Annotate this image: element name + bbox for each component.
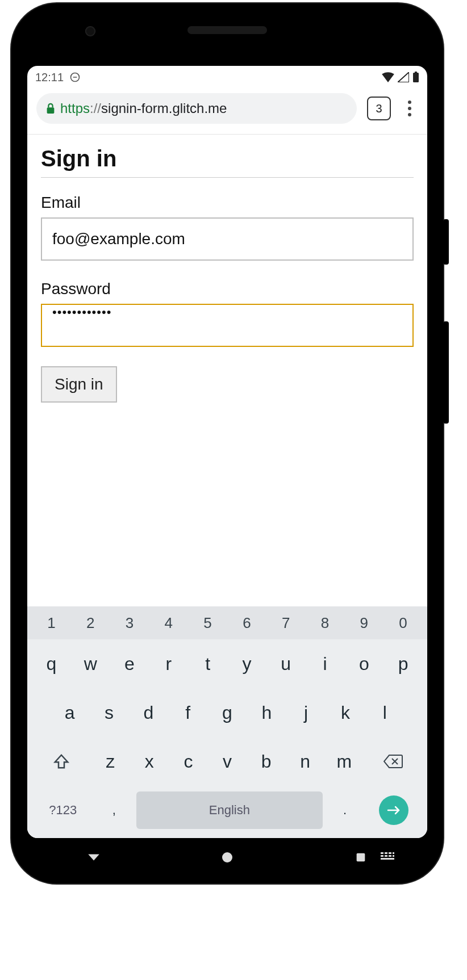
key-r[interactable]: r bbox=[151, 645, 186, 682]
page-content: Sign in Email Password •••••••••••• Sign… bbox=[27, 135, 427, 606]
url-scheme: https bbox=[60, 100, 90, 116]
nav-keyboard-toggle[interactable] bbox=[353, 852, 422, 862]
comma-key[interactable]: , bbox=[97, 791, 132, 829]
key-0[interactable]: 0 bbox=[386, 610, 420, 636]
key-d[interactable]: d bbox=[131, 694, 166, 731]
lock-icon bbox=[45, 103, 56, 114]
screen: 12:11 bbox=[27, 66, 427, 838]
nav-back-button[interactable] bbox=[60, 850, 128, 865]
key-x[interactable]: x bbox=[132, 743, 167, 780]
email-field[interactable] bbox=[41, 217, 414, 261]
key-y[interactable]: y bbox=[230, 645, 264, 682]
phone-camera bbox=[85, 26, 95, 36]
key-8[interactable]: 8 bbox=[308, 610, 343, 636]
status-time: 12:11 bbox=[35, 71, 64, 84]
do-not-disturb-icon bbox=[69, 72, 81, 83]
key-n[interactable]: n bbox=[288, 743, 323, 780]
android-nav-bar bbox=[27, 841, 427, 873]
key-h[interactable]: h bbox=[249, 694, 284, 731]
url-host: signin-form.glitch.me bbox=[101, 100, 227, 116]
phone-frame: 12:11 bbox=[11, 3, 443, 883]
svg-rect-6 bbox=[381, 852, 383, 854]
overflow-menu-button[interactable] bbox=[401, 100, 418, 116]
svg-rect-12 bbox=[389, 855, 391, 857]
svg-rect-14 bbox=[381, 858, 394, 860]
key-k[interactable]: k bbox=[328, 694, 362, 731]
password-label: Password bbox=[41, 280, 414, 298]
status-bar: 12:11 bbox=[27, 66, 427, 89]
shift-key[interactable] bbox=[34, 743, 89, 780]
key-s[interactable]: s bbox=[91, 694, 126, 731]
symbols-key[interactable]: ?123 bbox=[34, 791, 92, 829]
key-i[interactable]: i bbox=[308, 645, 343, 682]
url-separator: :// bbox=[90, 100, 101, 116]
svg-rect-8 bbox=[389, 852, 391, 854]
wifi-icon bbox=[382, 72, 394, 82]
key-1[interactable]: 1 bbox=[34, 610, 69, 636]
key-v[interactable]: v bbox=[210, 743, 245, 780]
spacebar-key[interactable]: English bbox=[136, 791, 323, 829]
tab-switcher-button[interactable]: 3 bbox=[367, 97, 391, 120]
svg-rect-1 bbox=[413, 73, 419, 82]
key-o[interactable]: o bbox=[347, 645, 381, 682]
page-title: Sign in bbox=[41, 146, 414, 171]
nav-home-button[interactable] bbox=[193, 851, 261, 864]
key-9[interactable]: 9 bbox=[347, 610, 381, 636]
svg-rect-11 bbox=[385, 855, 387, 857]
svg-rect-7 bbox=[385, 852, 387, 854]
key-e[interactable]: e bbox=[112, 645, 147, 682]
password-field[interactable]: •••••••••••• bbox=[41, 304, 414, 347]
phone-side-button bbox=[443, 219, 449, 265]
svg-rect-10 bbox=[381, 855, 383, 857]
key-3[interactable]: 3 bbox=[112, 610, 147, 636]
svg-rect-2 bbox=[415, 72, 417, 73]
svg-rect-13 bbox=[393, 855, 394, 857]
key-7[interactable]: 7 bbox=[269, 610, 303, 636]
phone-volume-button bbox=[443, 321, 449, 424]
backspace-key[interactable] bbox=[366, 743, 420, 780]
key-u[interactable]: u bbox=[269, 645, 303, 682]
key-j[interactable]: j bbox=[289, 694, 323, 731]
battery-icon bbox=[412, 72, 419, 83]
key-p[interactable]: p bbox=[386, 645, 420, 682]
key-m[interactable]: m bbox=[327, 743, 361, 780]
key-l[interactable]: l bbox=[368, 694, 402, 731]
browser-toolbar: https://signin-form.glitch.me 3 bbox=[27, 89, 427, 135]
key-2[interactable]: 2 bbox=[73, 610, 108, 636]
svg-point-4 bbox=[222, 852, 232, 862]
key-w[interactable]: w bbox=[73, 645, 108, 682]
enter-key[interactable] bbox=[367, 791, 420, 829]
key-q[interactable]: q bbox=[34, 645, 69, 682]
divider bbox=[41, 177, 414, 178]
tab-count: 3 bbox=[376, 102, 382, 115]
key-4[interactable]: 4 bbox=[151, 610, 186, 636]
key-g[interactable]: g bbox=[210, 694, 244, 731]
key-c[interactable]: c bbox=[171, 743, 206, 780]
key-5[interactable]: 5 bbox=[190, 610, 225, 636]
svg-rect-3 bbox=[47, 107, 55, 114]
key-6[interactable]: 6 bbox=[230, 610, 264, 636]
key-z[interactable]: z bbox=[93, 743, 128, 780]
key-a[interactable]: a bbox=[52, 694, 87, 731]
svg-rect-9 bbox=[393, 852, 394, 854]
sign-in-button[interactable]: Sign in bbox=[41, 366, 117, 403]
soft-keyboard: 1234567890 qwertyuiop asdfghjkl zxcvbnm … bbox=[27, 606, 427, 838]
period-key[interactable]: . bbox=[327, 791, 362, 829]
key-f[interactable]: f bbox=[170, 694, 205, 731]
cellular-icon bbox=[398, 72, 409, 82]
url-bar[interactable]: https://signin-form.glitch.me bbox=[36, 93, 357, 124]
key-b[interactable]: b bbox=[249, 743, 283, 780]
phone-speaker bbox=[187, 26, 267, 34]
email-label: Email bbox=[41, 194, 414, 212]
key-t[interactable]: t bbox=[190, 645, 225, 682]
